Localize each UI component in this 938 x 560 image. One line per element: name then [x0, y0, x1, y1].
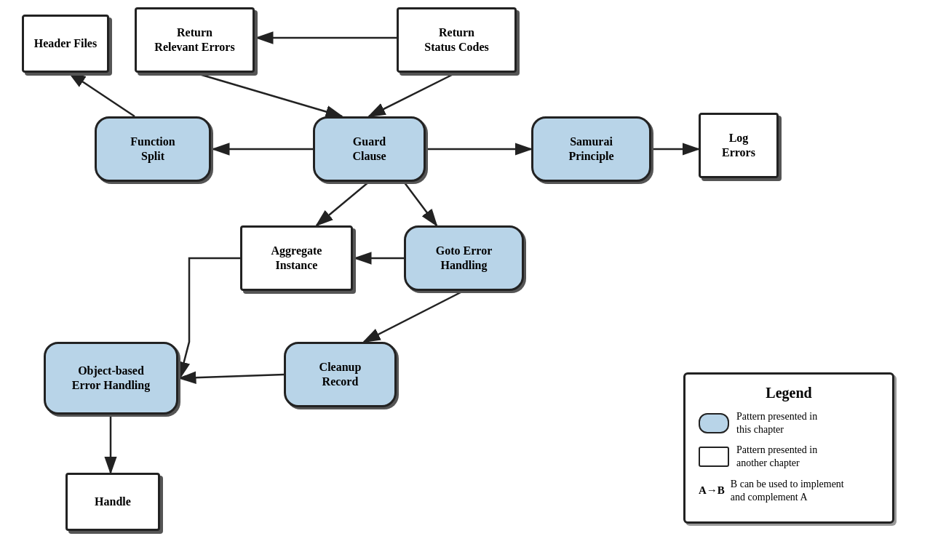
legend-title: Legend: [699, 385, 879, 401]
function-split-node: FunctionSplit: [95, 116, 211, 182]
return-status-codes-node: ReturnStatus Codes: [397, 7, 517, 73]
object-based-error-handling-node: Object-basedError Handling: [44, 342, 178, 415]
legend-swatch-rect: [699, 447, 729, 467]
cleanup-record-node: CleanupRecord: [284, 342, 397, 407]
legend-arrow-text-desc: B can be used to implementand complement…: [731, 478, 844, 504]
handle-node: Handle: [65, 473, 160, 531]
legend-rect-text: Pattern presented inanother chapter: [736, 444, 817, 470]
header-files-node: Header Files: [22, 15, 109, 73]
svg-line-3: [369, 73, 456, 116]
legend-rounded-text: Pattern presented inthis chapter: [736, 410, 817, 436]
svg-line-13: [364, 291, 464, 342]
samurai-principle-node: SamuraiPrinciple: [531, 116, 651, 182]
log-errors-node: LogErrors: [699, 113, 779, 178]
svg-line-10: [404, 182, 437, 225]
svg-line-8: [69, 73, 135, 116]
diagram-container: Return Status Codes (implied by diagram)…: [0, 0, 938, 560]
legend: Legend Pattern presented inthis chapter …: [683, 372, 894, 524]
guard-clause-node: GuardClause: [313, 116, 426, 182]
svg-line-4: [194, 73, 342, 116]
legend-item-rounded: Pattern presented inthis chapter: [699, 410, 879, 436]
svg-line-12: [180, 375, 284, 378]
legend-arrow-symbol: A→B: [699, 484, 725, 497]
legend-item-arrow: A→B B can be used to implementand comple…: [699, 478, 879, 504]
svg-line-9: [317, 182, 369, 225]
legend-swatch-rounded: [699, 413, 729, 433]
aggregate-instance-node: AggregateInstance: [240, 225, 353, 291]
return-relevant-errors-node: ReturnRelevant Errors: [135, 7, 255, 73]
goto-error-handling-node: Goto ErrorHandling: [404, 225, 524, 291]
legend-item-rect: Pattern presented inanother chapter: [699, 444, 879, 470]
